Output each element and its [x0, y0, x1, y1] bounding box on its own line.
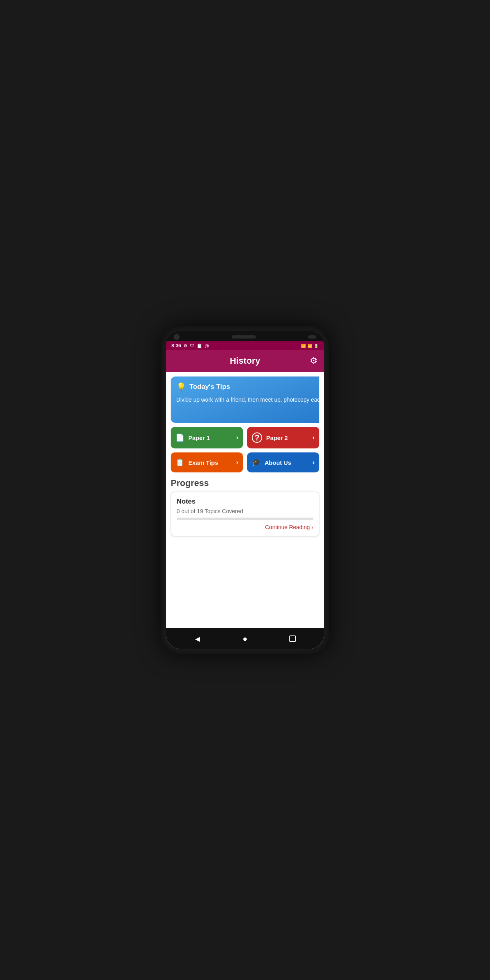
clipboard-status-icon: 📋 [197, 343, 202, 349]
wifi-status-icon: 📶 [301, 344, 306, 348]
exam-tips-label: Exam Tips [188, 459, 218, 466]
settings-button[interactable]: ⚙ [310, 356, 318, 366]
about-us-icon: 🎓 [252, 458, 261, 467]
progress-card: Notes 0 out of 19 Topics Covered Continu… [171, 492, 319, 536]
continue-reading-button[interactable]: Continue Reading › [177, 524, 313, 530]
main-scroll: 💡 Today's Tips Divide up work with a fri… [166, 372, 324, 628]
app-header: History ⚙ [166, 350, 324, 372]
paper1-button-left: 📄 Paper 1 [175, 433, 210, 442]
paper1-label: Paper 1 [188, 434, 210, 441]
at-status-icon: @ [205, 343, 209, 348]
speaker [232, 335, 256, 339]
about-us-button-left: 🎓 About Us [252, 458, 291, 467]
camera-icon [174, 334, 179, 340]
paper1-arrow: › [236, 434, 238, 441]
settings-status-icon: ⚙ [183, 343, 187, 349]
paper1-button[interactable]: 📄 Paper 1 › [171, 427, 243, 448]
paper2-icon: ? [252, 432, 262, 443]
paper2-arrow: › [313, 434, 315, 441]
sensor [308, 335, 316, 339]
app-content: History ⚙ 💡 Today's Tips Divide up work … [166, 350, 324, 649]
continue-reading-label: Continue Reading [265, 524, 310, 530]
tips-carousel: 💡 Today's Tips Divide up work with a fri… [171, 376, 319, 423]
continue-reading-arrow: › [311, 524, 313, 530]
status-time: 8:36 [171, 343, 181, 349]
back-button[interactable]: ◀ [192, 633, 203, 644]
progress-section: Progress Notes 0 out of 19 Topics Covere… [171, 476, 319, 538]
paper2-button-left: ? Paper 2 [252, 432, 288, 443]
exam-tips-button[interactable]: 📋 Exam Tips › [171, 452, 243, 472]
recents-button[interactable] [287, 633, 298, 644]
progress-card-subtitle: 0 out of 19 Topics Covered [177, 508, 313, 514]
exam-tips-button-left: 📋 Exam Tips [175, 458, 218, 467]
tips-card-1[interactable]: 💡 Today's Tips Divide up work with a fri… [171, 376, 319, 423]
progress-bar-bg [177, 518, 313, 520]
progress-card-title: Notes [177, 498, 313, 506]
status-bar: 8:36 ⚙ 🛡 📋 @ 📶 📶 🔋 [166, 341, 324, 350]
exam-tips-icon: 📋 [175, 458, 184, 467]
menu-grid: 📄 Paper 1 › ? Paper 2 › [171, 427, 319, 472]
progress-section-title: Progress [171, 478, 319, 488]
status-right: 📶 📶 🔋 [301, 344, 319, 348]
shield-status-icon: 🛡 [190, 343, 194, 348]
about-us-label: About Us [265, 459, 291, 466]
paper1-icon: 📄 [175, 433, 184, 442]
lightbulb-icon-1: 💡 [176, 382, 186, 392]
home-button[interactable]: ● [239, 633, 251, 644]
paper2-label: Paper 2 [266, 434, 288, 441]
tips-card-1-header: 💡 Today's Tips [176, 382, 319, 392]
phone-inner: 8:36 ⚙ 🛡 📋 @ 📶 📶 🔋 History ⚙ [166, 331, 324, 649]
bottom-nav: ◀ ● [166, 628, 324, 649]
about-us-button[interactable]: 🎓 About Us › [247, 452, 319, 472]
phone-frame: 8:36 ⚙ 🛡 📋 @ 📶 📶 🔋 History ⚙ [161, 326, 329, 654]
exam-tips-arrow: › [236, 459, 238, 466]
signal-status-icon: 📶 [307, 344, 312, 348]
paper2-button[interactable]: ? Paper 2 › [247, 427, 319, 448]
about-us-arrow: › [313, 459, 315, 466]
tips-card-1-title: Today's Tips [189, 383, 230, 391]
battery-status-icon: 🔋 [314, 344, 319, 348]
status-left: 8:36 ⚙ 🛡 📋 @ [171, 343, 209, 349]
phone-notch [166, 331, 324, 341]
tips-card-1-body: Divide up work with a friend, then meet … [176, 396, 319, 404]
page-title: History [230, 356, 260, 366]
